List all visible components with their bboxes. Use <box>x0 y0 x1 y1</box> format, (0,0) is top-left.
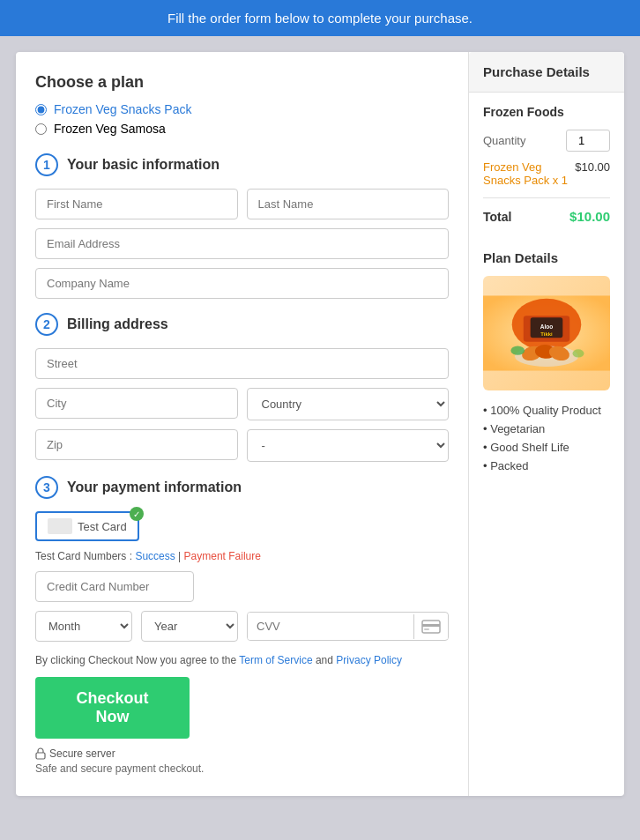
zip-field <box>35 429 238 462</box>
state-field: - <box>247 429 450 462</box>
svg-rect-2 <box>424 628 429 630</box>
test-card-option[interactable]: Test Card ✓ <box>35 511 139 541</box>
qty-label: Quantity <box>483 134 525 147</box>
payment-header: 3 Your payment information <box>35 476 449 499</box>
basic-info-header: 1 Your basic information <box>35 153 449 176</box>
credit-card-icon <box>421 620 441 634</box>
purchase-details-header: Purchase Details <box>469 52 624 93</box>
svg-point-15 <box>572 349 584 357</box>
cvv-icon-box <box>413 614 448 639</box>
total-label: Total <box>483 210 511 224</box>
total-row: Total $10.00 <box>483 209 610 224</box>
plan-option-2[interactable]: Frozen Veg Samosa <box>35 122 449 136</box>
last-name-field <box>247 189 450 219</box>
top-banner: Fill the order form below to complete yo… <box>0 0 640 36</box>
name-row <box>35 189 449 219</box>
payment-failure-link[interactable]: Payment Failure <box>184 550 261 562</box>
product-image: Aloo Tikki <box>483 276 610 390</box>
page-wrapper: Fill the order form below to complete yo… <box>0 0 640 812</box>
country-select[interactable]: Country <box>247 388 450 420</box>
basic-info-title: Your basic information <box>67 157 220 173</box>
feature-item: Packed <box>483 457 610 475</box>
test-card-info: Test Card Numbers : Success | Payment Fa… <box>35 550 449 562</box>
year-select[interactable]: Year <box>141 611 238 642</box>
check-badge: ✓ <box>130 507 144 521</box>
city-field <box>35 388 238 420</box>
svg-rect-3 <box>36 753 45 759</box>
city-country-row: Country <box>35 388 449 420</box>
email-field <box>35 228 449 259</box>
product-price-row: Frozen Veg Snacks Pack x 1 $10.00 <box>483 160 610 198</box>
cc-number-input[interactable] <box>35 571 194 602</box>
tos-text: By clicking Checkout Now you agree to th… <box>35 654 449 666</box>
section-number-3: 3 <box>35 476 58 499</box>
street-input[interactable] <box>35 348 449 379</box>
billing-header: 2 Billing address <box>35 313 449 336</box>
cvv-input[interactable] <box>248 613 413 640</box>
choose-plan-title: Choose a plan <box>35 73 449 92</box>
cc-number-row <box>35 571 449 602</box>
company-row <box>35 268 449 299</box>
billing-title: Billing address <box>67 316 168 332</box>
city-input[interactable] <box>35 388 238 419</box>
first-name-field <box>35 189 238 219</box>
feature-item: 100% Quality Product <box>483 401 610 420</box>
plan-options: Frozen Veg Snacks Pack Frozen Veg Samosa <box>35 102 449 136</box>
success-link[interactable]: Success <box>135 550 175 562</box>
plan-details-section: Plan Details <box>469 250 624 489</box>
qty-input[interactable] <box>566 130 610 152</box>
tos-and: and <box>316 654 336 666</box>
plan-radio-2[interactable] <box>35 123 47 135</box>
street-row <box>35 348 449 379</box>
street-field <box>35 348 449 379</box>
payment-title: Your payment information <box>67 479 242 495</box>
checkout-button[interactable]: Checkout Now <box>35 677 190 739</box>
svg-text:Aloo: Aloo <box>540 323 554 330</box>
tos-before: By clicking Checkout Now you agree to th… <box>35 654 239 666</box>
svg-text:Tikki: Tikki <box>540 331 553 337</box>
plan-details-title: Plan Details <box>483 250 610 265</box>
last-name-input[interactable] <box>247 189 450 219</box>
test-card-label: Test Card <box>78 520 127 533</box>
privacy-link[interactable]: Privacy Policy <box>336 654 402 666</box>
secure-label-line: Secure server <box>35 747 449 760</box>
secure-note: Secure server Safe and secure payment ch… <box>35 747 449 775</box>
month-select[interactable]: Month <box>35 611 132 642</box>
test-card-numbers-label: Test Card Numbers : <box>35 550 132 562</box>
main-content: Choose a plan Frozen Veg Snacks Pack Fro… <box>16 52 624 796</box>
banner-text: Fill the order form below to complete yo… <box>167 11 473 26</box>
cc-details-row: Month Year <box>35 611 449 642</box>
feature-item: Good Shelf Life <box>483 438 610 457</box>
tos-link[interactable]: Term of Service <box>239 654 312 666</box>
plan-option-1[interactable]: Frozen Veg Snacks Pack <box>35 102 449 116</box>
zip-input[interactable] <box>35 429 238 460</box>
section-number-2: 2 <box>35 313 58 336</box>
company-field <box>35 268 449 299</box>
product-price: $10.00 <box>575 160 610 187</box>
email-input[interactable] <box>35 228 449 259</box>
plan-label-2: Frozen Veg Samosa <box>54 122 166 136</box>
svg-rect-1 <box>422 624 440 627</box>
product-features: 100% Quality ProductVegetarianGood Shelf… <box>483 401 610 475</box>
plan-radio-1[interactable] <box>35 104 47 115</box>
payment-methods: Test Card ✓ <box>35 511 449 541</box>
feature-item: Vegetarian <box>483 420 610 438</box>
card-icon <box>48 518 72 534</box>
qty-row: Quantity <box>483 130 610 152</box>
country-field: Country <box>247 388 450 420</box>
first-name-input[interactable] <box>35 189 238 219</box>
purchase-details-body: Frozen Foods Quantity Frozen Veg Snacks … <box>469 93 624 250</box>
lock-icon <box>35 747 46 760</box>
svg-point-14 <box>510 346 525 354</box>
product-name: Frozen Veg Snacks Pack x 1 <box>483 160 575 187</box>
email-row <box>35 228 449 259</box>
product-image-container: Aloo Tikki <box>483 276 610 390</box>
total-amount: $10.00 <box>569 209 610 224</box>
plan-label-1: Frozen Veg Snacks Pack <box>54 102 191 116</box>
product-category: Frozen Foods <box>483 105 610 119</box>
company-input[interactable] <box>35 268 449 299</box>
left-panel: Choose a plan Frozen Veg Snacks Pack Fro… <box>16 52 469 796</box>
secure-sub: Safe and secure payment checkout. <box>35 762 449 775</box>
state-select[interactable]: - <box>247 429 450 462</box>
cc-number-field <box>35 571 449 602</box>
